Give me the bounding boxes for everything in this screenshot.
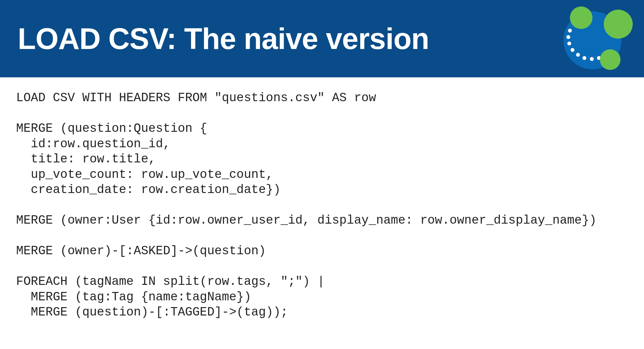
slide-header: LOAD CSV: The naive version [0, 0, 644, 77]
svg-point-1 [568, 29, 572, 33]
svg-point-6 [582, 56, 586, 60]
svg-point-10 [604, 10, 633, 39]
svg-point-2 [566, 35, 570, 39]
svg-point-7 [590, 57, 594, 61]
svg-point-3 [567, 42, 571, 45]
slide-title: LOAD CSV: The naive version [18, 22, 429, 56]
neo4j-logo-icon [551, 3, 634, 74]
svg-point-11 [600, 49, 620, 70]
svg-point-4 [571, 48, 574, 52]
code-block: LOAD CSV WITH HEADERS FROM "questions.cs… [0, 77, 644, 320]
svg-point-9 [570, 6, 592, 29]
svg-point-5 [576, 53, 580, 57]
